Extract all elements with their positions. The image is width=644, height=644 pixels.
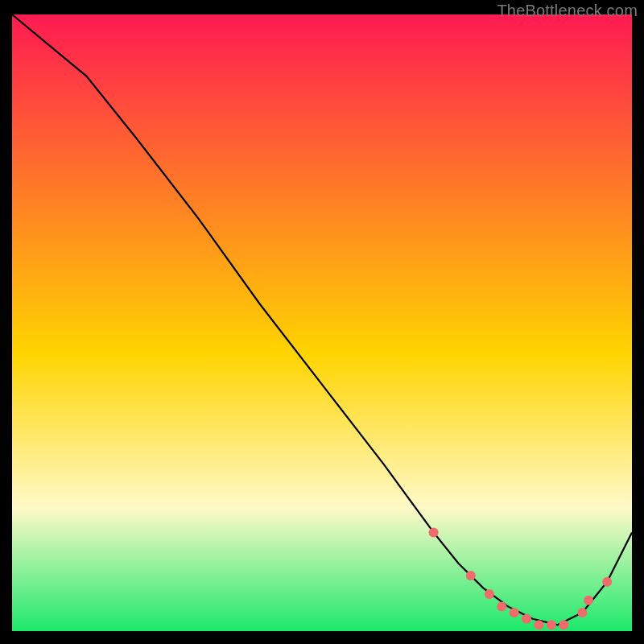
- marker-dot: [577, 608, 587, 617]
- marker-dot: [497, 601, 506, 611]
- marker-dot: [466, 571, 476, 580]
- marker-dot: [535, 620, 544, 630]
- marker-dot: [547, 620, 556, 630]
- chart-svg: [0, 0, 644, 644]
- chart-stage: TheBottleneck.com: [0, 0, 644, 644]
- marker-dot: [602, 577, 612, 587]
- marker-dot: [429, 527, 439, 537]
- marker-dot: [485, 589, 494, 599]
- marker-dot: [510, 608, 519, 617]
- marker-dot: [584, 596, 593, 605]
- plot-background: [12, 14, 632, 631]
- marker-dot: [559, 620, 568, 630]
- marker-dot: [522, 614, 531, 624]
